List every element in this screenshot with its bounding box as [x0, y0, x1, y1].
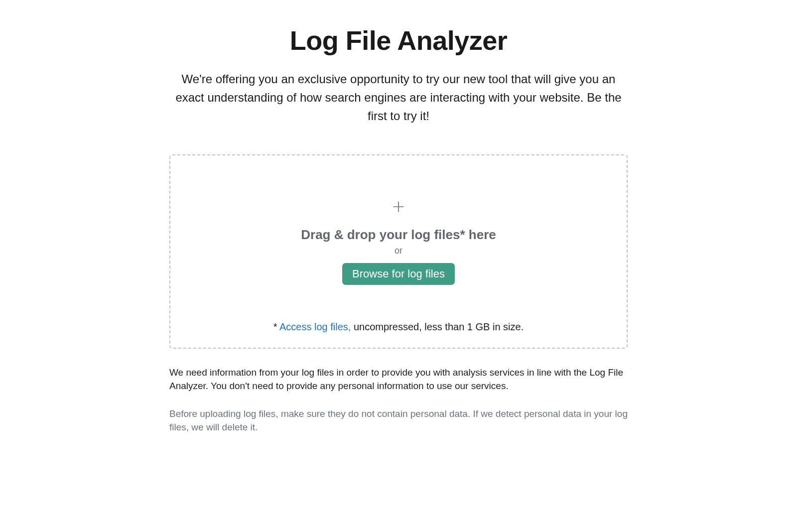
dropzone-heading: Drag & drop your log files* here	[301, 227, 496, 243]
footnote-suffix: uncompressed, less than 1 GB in size.	[351, 321, 524, 332]
dropzone-or-text: or	[395, 246, 402, 256]
dropzone-footnote: * Access log files, uncompressed, less t…	[273, 321, 524, 333]
page-subtitle: We're offering you an exclusive opportun…	[169, 70, 628, 126]
dropzone-content: Drag & drop your log files* here or Brow…	[301, 200, 496, 285]
main-container: Log File Analyzer We're offering you an …	[169, 0, 628, 434]
disclaimer-primary: We need information from your log files …	[169, 366, 628, 393]
page-title: Log File Analyzer	[169, 25, 628, 56]
footnote-prefix: *	[273, 321, 279, 332]
plus-icon	[392, 200, 405, 213]
file-dropzone[interactable]: Drag & drop your log files* here or Brow…	[169, 154, 628, 349]
disclaimer-secondary: Before uploading log files, make sure th…	[169, 407, 628, 434]
access-log-files-link[interactable]: Access log files,	[279, 321, 351, 332]
browse-files-button[interactable]: Browse for log files	[342, 263, 455, 285]
